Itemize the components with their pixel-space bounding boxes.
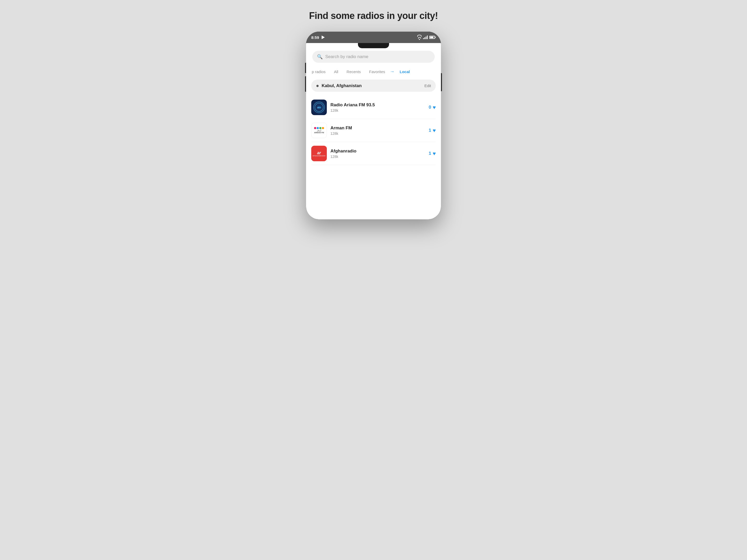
phone-side-buttons-right	[441, 73, 442, 91]
heart-icon[interactable]: ♥	[433, 128, 436, 134]
radio-logo-ariana: atn	[311, 100, 327, 115]
radio-logo-afghan: ar AFGHANRADIO	[311, 146, 327, 161]
radio-item[interactable]: ar AFGHANRADIO Afghanradio 128k 1 ♥	[311, 142, 436, 165]
wifi-icon	[417, 35, 421, 40]
search-bar[interactable]: 🔍 Search by radio name	[312, 51, 435, 63]
like-count: 0	[429, 105, 431, 110]
location-left: ● Kabul, Afghanistan	[316, 83, 362, 89]
search-icon: 🔍	[317, 54, 323, 60]
tab-favorites[interactable]: Favorites	[365, 68, 389, 76]
page-headline: Find some radios in your city!	[309, 10, 438, 21]
tab-all[interactable]: All	[330, 68, 342, 76]
location-pin-icon: ●	[316, 83, 319, 89]
radio-item[interactable]: آرمانARMAN FM Arman FM 128k 1 ♥	[311, 119, 436, 142]
status-bar-right	[417, 35, 436, 40]
heart-icon[interactable]: ♥	[433, 105, 436, 110]
radio-info: Radio Ariana FM 93.5 128k	[331, 102, 425, 112]
radio-meta: 1 ♥	[429, 151, 436, 157]
signal-icon	[423, 35, 428, 39]
radio-logo-arman: آرمانARMAN FM	[311, 123, 327, 138]
heart-icon[interactable]: ♥	[433, 151, 436, 157]
phone-frame: 8:59	[306, 32, 441, 219]
like-count: 1	[429, 151, 431, 156]
tab-top-radios[interactable]: p radios	[308, 68, 329, 76]
radio-meta: 1 ♥	[429, 128, 436, 134]
afghan-inner: ar AFGHANRADIO	[311, 146, 327, 161]
power-button	[441, 73, 442, 91]
radio-meta: 0 ♥	[429, 105, 436, 110]
location-edit-button[interactable]: Edit	[424, 83, 431, 88]
play-icon	[321, 35, 325, 39]
like-count: 1	[429, 128, 431, 133]
radio-bitrate: 128k	[331, 108, 425, 112]
phone-screen: 🔍 Search by radio name p radios All Rece…	[306, 43, 441, 219]
battery-icon	[429, 36, 436, 39]
radio-name: Radio Ariana FM 93.5	[331, 102, 425, 108]
radio-bitrate: 128k	[331, 131, 425, 136]
tab-recents[interactable]: Recents	[343, 68, 364, 76]
tab-bar: p radios All Recents Favorites → Local	[306, 67, 441, 79]
location-name: Kabul, Afghanistan	[321, 83, 362, 88]
search-container: 🔍 Search by radio name	[306, 48, 441, 67]
status-time: 8:59	[311, 35, 319, 40]
afghan-label-text: AFGHANRADIO	[313, 155, 326, 157]
radio-name: Afghanradio	[331, 149, 425, 154]
tab-local[interactable]: Local	[396, 68, 413, 76]
afghan-ar-text: ar	[317, 151, 321, 155]
phone-container: 8:59	[306, 32, 441, 219]
location-bar[interactable]: ● Kabul, Afghanistan Edit	[311, 80, 436, 92]
status-bar-left: 8:59	[311, 35, 325, 40]
radio-list: atn Radio Ariana FM 93.5 128k 0 ♥	[306, 96, 441, 165]
radio-info: Afghanradio 128k	[331, 149, 425, 159]
search-placeholder-text: Search by radio name	[325, 54, 368, 59]
arman-flowers	[314, 127, 324, 129]
radio-item[interactable]: atn Radio Ariana FM 93.5 128k 0 ♥	[311, 96, 436, 119]
radio-bitrate: 128k	[331, 155, 425, 159]
arman-text: آرمانARMAN FM	[314, 130, 324, 134]
radio-name: Arman FM	[331, 126, 425, 131]
phone-notch	[358, 43, 389, 48]
radio-info: Arman FM 128k	[331, 126, 425, 136]
status-bar: 8:59	[306, 32, 441, 43]
tab-arrow-icon: →	[390, 69, 394, 74]
page-wrapper: Find some radios in your city! 8:59	[283, 10, 464, 219]
